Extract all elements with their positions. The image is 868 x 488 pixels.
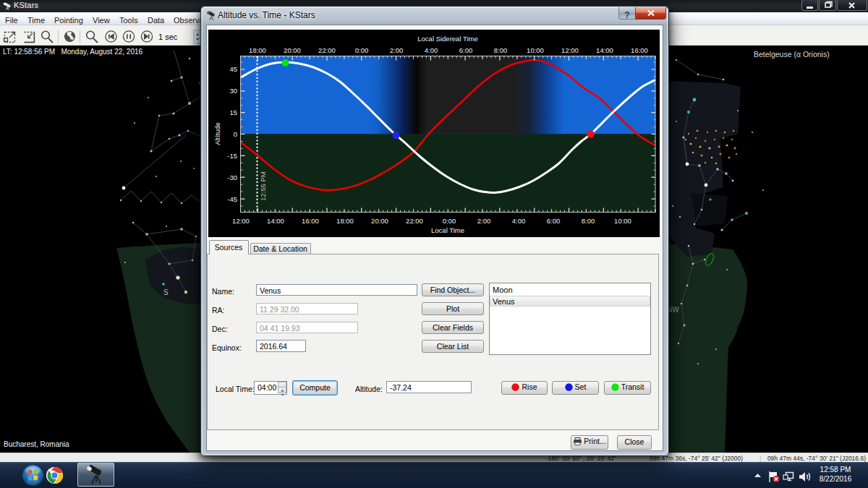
svg-text:LT: 12:58:56 PM Monday, Augu: LT: 12:58:56 PM Monday, August 22, 2016 [3, 48, 143, 56]
svg-text:8:00: 8:00 [494, 46, 508, 54]
svg-text:-30: -30 [227, 174, 237, 181]
svg-text:0: 0 [234, 130, 237, 138]
svg-text:4:00: 4:00 [512, 217, 526, 225]
svg-text:0:00: 0:00 [355, 46, 369, 54]
svg-text:4:00: 4:00 [425, 46, 438, 54]
svg-text:-45: -45 [227, 195, 237, 203]
svg-text:0:00: 0:00 [443, 217, 456, 225]
svg-text:1 sec: 1 sec [158, 33, 178, 41]
svg-text:12:00: 12:00 [232, 217, 250, 225]
svg-text:Local Sidereal Time: Local Sidereal Time [417, 35, 477, 43]
svg-text:12:55 PM: 12:55 PM [259, 171, 267, 201]
svg-text:16:00: 16:00 [302, 217, 319, 225]
svg-text:10:00: 10:00 [614, 217, 631, 225]
svg-text:20:00: 20:00 [371, 217, 388, 225]
svg-text:6:00: 6:00 [459, 46, 473, 54]
svg-text:S: S [163, 288, 169, 296]
svg-text:-15: -15 [227, 152, 237, 160]
svg-text:6:00: 6:00 [547, 217, 561, 225]
svg-text:Altitude: Altitude [213, 122, 221, 145]
svg-text:22:00: 22:00 [318, 46, 336, 54]
svg-text:2:00: 2:00 [477, 217, 491, 225]
svg-text:18:00: 18:00 [249, 46, 266, 54]
svg-text:Betelgeuse (α Orionis): Betelgeuse (α Orionis) [754, 50, 830, 59]
svg-text:30: 30 [229, 87, 237, 95]
svg-text:2:00: 2:00 [390, 46, 404, 54]
svg-text:15: 15 [229, 108, 237, 116]
svg-text:45: 45 [229, 65, 237, 73]
svg-text:18:00: 18:00 [336, 217, 354, 225]
svg-text:14:00: 14:00 [596, 46, 613, 54]
svg-text:10:00: 10:00 [527, 46, 544, 54]
svg-text:22:00: 22:00 [406, 217, 423, 225]
svg-text:12:00: 12:00 [561, 46, 579, 54]
svg-text:Local Time: Local Time [431, 226, 464, 234]
svg-text:8:00: 8:00 [582, 217, 595, 225]
svg-text:14:00: 14:00 [267, 217, 284, 225]
svg-text:Bucharest, Romania: Bucharest, Romania [4, 440, 69, 448]
svg-text:20:00: 20:00 [284, 46, 301, 54]
svg-text:16:00: 16:00 [631, 46, 648, 54]
